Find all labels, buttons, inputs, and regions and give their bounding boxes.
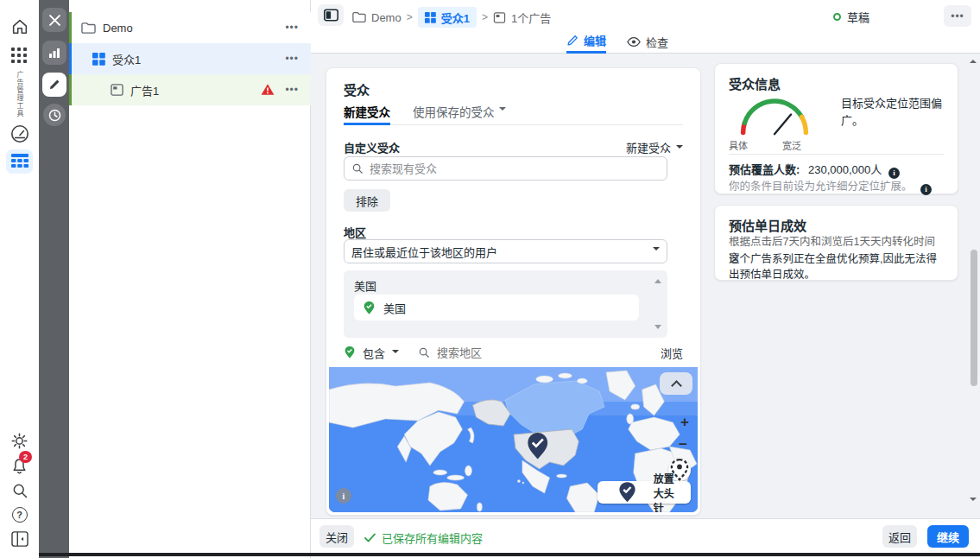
folder-icon <box>352 11 366 23</box>
account-overview-icon[interactable] <box>0 123 39 145</box>
editor-footer-bar: 关闭 已保存所有编辑内容 返回 继续 <box>311 518 980 554</box>
breadcrumb-campaign[interactable]: Demo <box>371 11 401 24</box>
scrollbar-up-arrow[interactable] <box>970 56 977 63</box>
estimated-reach-row: 预估覆盖人数: 230,000,000人 <box>729 161 900 179</box>
campaigns-nav-item[interactable] <box>6 149 33 174</box>
window-bottom-edge <box>39 553 980 556</box>
toggle-tree-panel-button[interactable] <box>318 4 344 26</box>
tab-edit-label: 编辑 <box>584 32 606 48</box>
custom-audience-label: 自定义受众 <box>344 139 400 155</box>
audience-breadth-gauge <box>727 93 822 136</box>
editor-scroll-area: 受众 新建受众 使用保存的受众 自定义受众 新建受众 <box>311 54 980 518</box>
pin-check-icon <box>606 481 648 504</box>
breadcrumb-adset-chip[interactable]: 受众1 <box>418 7 477 28</box>
eye-icon <box>627 36 641 48</box>
continue-button[interactable]: 继续 <box>927 525 969 548</box>
sidebar-toggle-icon <box>324 9 338 22</box>
warning-icon <box>261 83 275 96</box>
tab-use-saved-audience[interactable]: 使用保存的受众 <box>413 103 506 124</box>
breadcrumb-ad[interactable]: 1个广告 <box>511 10 551 26</box>
exclude-button[interactable]: 排除 <box>344 189 390 212</box>
zoom-in-icon[interactable] <box>680 414 689 431</box>
scrollbar-thumb[interactable] <box>971 250 977 386</box>
gauge-label-broad: 宽泛 <box>782 138 801 152</box>
info-icon[interactable] <box>920 184 932 195</box>
chevron-up-icon <box>671 380 682 391</box>
apps-grid-icon[interactable] <box>0 45 39 66</box>
edit-pencil-icon <box>566 35 579 47</box>
estimated-results-card: 预估单日成效 根据点击后7天内和浏览后1天天内转化时间窗 这个广告系列正在全盘优… <box>714 205 958 281</box>
audience-title: 受众 <box>344 80 370 98</box>
new-custom-audience-label: 新建受众 <box>626 139 671 155</box>
more-icon <box>951 10 964 22</box>
tab-edit[interactable]: 编辑 <box>566 29 606 54</box>
new-custom-audience-dropdown[interactable]: 新建受众 <box>626 139 683 155</box>
drop-pin-button[interactable]: 放置大头针 <box>597 481 691 504</box>
location-chip-us[interactable]: 美国 <box>354 295 639 320</box>
tree-row-campaign[interactable]: Demo <box>69 12 311 43</box>
location-type-dropdown[interactable]: 居住或最近位于该地区的用户 <box>344 239 667 263</box>
selected-locations-box: 美国 美国 <box>344 270 667 338</box>
region-search-input[interactable] <box>437 346 654 359</box>
custom-audience-search <box>344 156 667 181</box>
tree-row-adset[interactable]: 受众1 <box>69 43 311 74</box>
ad-frame-icon <box>111 84 123 96</box>
scrollbar-down-arrow[interactable] <box>970 498 977 504</box>
campaign-tree-panel: Demo 受众1 广告1 <box>69 0 311 558</box>
audience-card: 受众 新建受众 使用保存的受众 自定义受众 新建受众 <box>326 67 701 516</box>
location-chip-label: 美国 <box>383 300 406 316</box>
header-more-button[interactable] <box>944 5 971 27</box>
draft-status: 草稿 <box>833 9 869 25</box>
browse-link[interactable]: 浏览 <box>661 345 683 361</box>
expansion-note-row: 你的条件目前设为允许细分定位扩展。 <box>729 177 932 195</box>
mode-tabs: 编辑 检查 <box>311 29 980 54</box>
home-icon[interactable] <box>0 16 39 38</box>
help-icon[interactable] <box>0 504 39 525</box>
chevron-down-icon <box>676 145 683 152</box>
gauge-label-specific: 具体 <box>729 138 748 152</box>
editor-toolbar-strip <box>39 0 69 558</box>
collapse-map-button[interactable] <box>660 372 692 395</box>
scroll-up-icon[interactable] <box>654 276 661 283</box>
zoom-out-icon[interactable] <box>679 436 687 453</box>
targeting-map[interactable]: 放置大头针 <box>329 367 698 512</box>
scroll-down-icon[interactable] <box>654 325 661 333</box>
edit-pencil-button[interactable] <box>42 73 66 97</box>
draft-label: 草稿 <box>847 9 869 25</box>
expansion-note: 你的条件目前设为允许细分定位扩展。 <box>729 181 913 193</box>
ad-frame-icon <box>493 12 506 23</box>
tab-inspect-label: 检查 <box>646 34 668 50</box>
save-status-text: 已保存所有编辑内容 <box>382 529 483 546</box>
map-info-icon[interactable] <box>336 488 351 504</box>
location-type-value: 居住或最近位于该地区的用户 <box>351 244 497 260</box>
close-button[interactable]: 关闭 <box>319 525 354 548</box>
adset-grid-icon <box>92 53 105 66</box>
location-group-label: 美国 <box>354 277 376 294</box>
notification-count-badge: 2 <box>19 451 32 463</box>
search-icon[interactable] <box>0 480 39 501</box>
audience-breadth-note: 目标受众定位范围偏广。 <box>841 95 946 129</box>
breadcrumb-separator <box>482 11 488 23</box>
global-nav-rail: 广告管理工具 <box>0 0 39 558</box>
tree-row-ad[interactable]: 广告1 <box>69 74 311 105</box>
tab-create-new-audience[interactable]: 新建受众 <box>344 103 390 125</box>
include-search-row: 包含 浏览 <box>326 338 700 367</box>
row-more-icon[interactable] <box>285 84 299 96</box>
settings-gear-icon[interactable] <box>0 430 39 451</box>
breadcrumb-adset: 受众1 <box>441 10 470 26</box>
main-editor-region: Demo 受众1 1个广告 草稿 <box>311 0 980 558</box>
reach-value: 230,000,000人 <box>808 163 882 176</box>
history-clock-button[interactable] <box>43 104 66 126</box>
tab-saved-label: 使用保存的受众 <box>413 103 495 120</box>
draft-status-icon <box>833 13 841 21</box>
custom-audience-search-input[interactable] <box>370 162 660 175</box>
include-dropdown[interactable]: 包含 <box>363 345 385 361</box>
collapse-sidebar-icon[interactable] <box>0 529 39 549</box>
tab-inspect[interactable]: 检查 <box>627 29 668 54</box>
back-button[interactable]: 返回 <box>882 525 917 548</box>
drop-pin-label: 放置大头针 <box>654 471 682 513</box>
row-more-icon[interactable] <box>285 53 299 65</box>
row-more-icon[interactable] <box>285 22 299 34</box>
close-editor-button[interactable] <box>42 8 66 32</box>
performance-chart-button[interactable] <box>42 41 66 65</box>
